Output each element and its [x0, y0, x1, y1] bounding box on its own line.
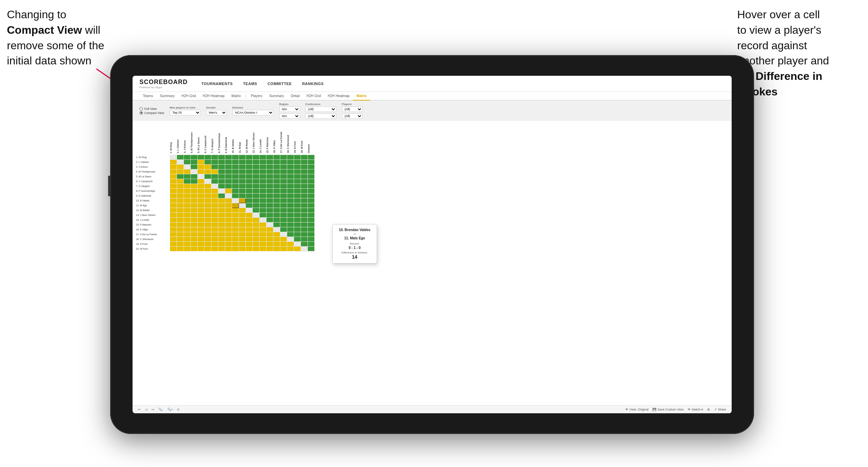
conference-select-2[interactable]: (All): [305, 113, 336, 119]
region-select-2[interactable]: N/A: [279, 113, 300, 119]
matrix-cell[interactable]: [204, 159, 211, 164]
matrix-cell[interactable]: [204, 212, 211, 217]
matrix-cell[interactable]: [239, 222, 245, 227]
nav-tournaments[interactable]: TOURNAMENTS: [201, 81, 233, 86]
matrix-cell[interactable]: [287, 169, 294, 174]
matrix-cell[interactable]: [190, 227, 197, 232]
matrix-cell[interactable]: [184, 203, 190, 208]
matrix-cell[interactable]: [280, 212, 287, 217]
matrix-cell[interactable]: [294, 241, 301, 246]
tab-players[interactable]: Players: [248, 92, 266, 101]
matrix-cell[interactable]: [252, 169, 259, 174]
matrix-cell[interactable]: [287, 237, 294, 241]
matrix-cell[interactable]: [239, 198, 245, 203]
matrix-cell[interactable]: [301, 222, 307, 227]
matrix-cell[interactable]: [232, 179, 239, 184]
matrix-cell[interactable]: [273, 193, 280, 198]
matrix-cell[interactable]: [266, 237, 273, 241]
nav-rankings[interactable]: RANKINGS: [302, 81, 324, 86]
matrix-cell[interactable]: [190, 155, 197, 159]
matrix-cell[interactable]: [273, 212, 280, 217]
matrix-cell[interactable]: [190, 237, 197, 241]
matrix-cell[interactable]: [252, 159, 259, 164]
matrix-cell[interactable]: [307, 159, 314, 164]
matrix-cell[interactable]: [294, 203, 301, 208]
matrix-cell[interactable]: [301, 169, 307, 174]
matrix-cell[interactable]: [294, 208, 301, 212]
matrix-cell[interactable]: [252, 203, 259, 208]
matrix-cell[interactable]: [307, 198, 314, 203]
matrix-cell[interactable]: [307, 232, 314, 237]
matrix-cell[interactable]: [280, 203, 287, 208]
matrix-cell[interactable]: [190, 174, 197, 179]
matrix-cell[interactable]: [266, 208, 273, 212]
matrix-cell[interactable]: [239, 184, 245, 188]
matrix-cell[interactable]: [204, 217, 211, 222]
tab-matrix-1[interactable]: Matrix: [228, 92, 244, 101]
matrix-cell[interactable]: [184, 208, 190, 212]
matrix-cell[interactable]: [170, 174, 177, 179]
matrix-cell[interactable]: [170, 198, 177, 203]
matrix-cell[interactable]: [239, 241, 245, 246]
matrix-cell[interactable]: [273, 169, 280, 174]
matrix-cell[interactable]: [280, 188, 287, 193]
matrix-cell[interactable]: [184, 212, 190, 217]
matrix-cell[interactable]: [294, 184, 301, 188]
matrix-cell[interactable]: [197, 155, 204, 159]
matrix-cell[interactable]: [218, 237, 225, 241]
toolbar-step-back[interactable]: ◁: [145, 408, 147, 411]
matrix-cell[interactable]: [184, 184, 190, 188]
matrix-cell[interactable]: [259, 198, 266, 203]
matrix-cell[interactable]: [204, 203, 211, 208]
matrix-cell[interactable]: [280, 169, 287, 174]
matrix-cell[interactable]: [184, 169, 190, 174]
matrix-cell[interactable]: [225, 169, 232, 174]
matrix-cell[interactable]: [225, 198, 232, 203]
matrix-cell[interactable]: [184, 227, 190, 232]
matrix-cell[interactable]: [218, 159, 225, 164]
matrix-cell[interactable]: [177, 193, 184, 198]
tab-detail[interactable]: Detail: [287, 92, 303, 101]
matrix-cell[interactable]: [170, 208, 177, 212]
toolbar-save-custom[interactable]: 💾 Save Custom View: [652, 408, 683, 411]
matrix-cell[interactable]: [259, 212, 266, 217]
matrix-cell[interactable]: [259, 193, 266, 198]
matrix-cell[interactable]: [190, 203, 197, 208]
matrix-cell[interactable]: [177, 227, 184, 232]
matrix-cell[interactable]: [266, 198, 273, 203]
matrix-cell[interactable]: [266, 188, 273, 193]
matrix-cell[interactable]: [252, 155, 259, 159]
matrix-cell[interactable]: [301, 246, 307, 251]
matrix-cell[interactable]: [225, 241, 232, 246]
matrix-cell[interactable]: [177, 155, 184, 159]
matrix-cell[interactable]: [197, 217, 204, 222]
matrix-cell[interactable]: [211, 241, 218, 246]
matrix-cell[interactable]: [204, 227, 211, 232]
matrix-cell[interactable]: [232, 212, 239, 217]
toolbar-reset[interactable]: ⊙: [177, 408, 180, 411]
matrix-cell[interactable]: [190, 212, 197, 217]
matrix-cell[interactable]: [245, 159, 252, 164]
matrix-cell[interactable]: [252, 241, 259, 246]
matrix-cell[interactable]: [301, 184, 307, 188]
matrix-cell[interactable]: [190, 179, 197, 184]
matrix-cell[interactable]: [245, 227, 252, 232]
matrix-cell[interactable]: [211, 237, 218, 241]
matrix-cell[interactable]: [252, 208, 259, 212]
matrix-cell[interactable]: [245, 184, 252, 188]
matrix-cell[interactable]: [232, 169, 239, 174]
matrix-cell[interactable]: [225, 246, 232, 251]
matrix-cell[interactable]: [307, 179, 314, 184]
matrix-cell[interactable]: [204, 198, 211, 203]
matrix-cell[interactable]: [259, 217, 266, 222]
nav-teams[interactable]: TEAMS: [243, 81, 257, 86]
matrix-cell[interactable]: [218, 174, 225, 179]
matrix-cell[interactable]: [294, 232, 301, 237]
matrix-cell[interactable]: [184, 164, 190, 169]
matrix-cell[interactable]: [204, 179, 211, 184]
matrix-cell[interactable]: [211, 232, 218, 237]
matrix-cell[interactable]: [252, 198, 259, 203]
matrix-cell[interactable]: [170, 246, 177, 251]
matrix-cell[interactable]: [197, 198, 204, 203]
tab-h2h-grid-2[interactable]: H2H Grid: [303, 92, 324, 101]
